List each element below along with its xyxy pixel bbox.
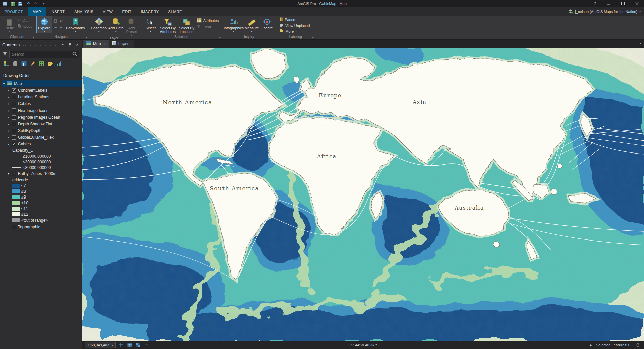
view-tab-map[interactable]: Map ×	[83, 40, 109, 48]
list-by-selection-icon[interactable]	[21, 61, 27, 67]
fixed-zoom-in-icon[interactable]: ⊕	[59, 18, 64, 24]
bookmarks-button[interactable]: Bookmarks ▾	[65, 16, 86, 33]
expand-icon[interactable]: ▸	[7, 89, 10, 92]
expand-icon[interactable]: ▸	[7, 136, 10, 139]
pane-menu-icon[interactable]: ▾	[60, 43, 65, 46]
search-icon[interactable]	[72, 52, 77, 57]
layer-label[interactable]: SplitByDepth	[18, 128, 41, 133]
list-toggle-icon[interactable]: ≡	[143, 342, 149, 348]
list-by-editing-icon[interactable]	[30, 61, 35, 67]
tab-edit[interactable]: EDIT	[117, 7, 136, 16]
tree-item-continentlabels[interactable]: ▸ ✓ ContinentLabels	[2, 87, 82, 94]
layer-label[interactable]: Global10KMile_Hex	[18, 135, 54, 140]
infographics-button[interactable]: Infographics ▾	[223, 16, 244, 33]
layer-label[interactable]: Map	[14, 81, 22, 86]
layer-checkbox[interactable]	[12, 95, 16, 99]
list-by-data-source-icon[interactable]	[13, 61, 18, 67]
tree-item-topographic[interactable]: ▸ Topographic	[2, 224, 82, 230]
layer-label[interactable]: Peghole Images Ocean	[18, 115, 60, 120]
dialog-launcher-icon[interactable]: ◢	[312, 36, 313, 39]
basemap-button[interactable]: Basemap ▾	[90, 16, 108, 33]
maximize-button[interactable]	[616, 0, 630, 7]
layer-label[interactable]: Bathy_Zones_1000m	[18, 171, 56, 176]
full-extent-icon[interactable]	[53, 18, 58, 24]
view-unplaced-button[interactable]: View Unplaced	[279, 23, 310, 28]
collapse-icon[interactable]: ▾	[2, 82, 6, 85]
tab-analysis[interactable]: ANALYSIS	[69, 7, 98, 16]
layer-label[interactable]: Cables	[18, 142, 31, 146]
expand-icon[interactable]: ▸	[7, 102, 10, 105]
cut-button[interactable]: ✂ Cut	[18, 18, 32, 23]
tree-item-depth-shadow-tint[interactable]: ▸ Depth Shadow Tint	[2, 121, 82, 127]
layer-label[interactable]: Hex Image Icons	[18, 108, 48, 113]
layer-checkbox[interactable]	[12, 115, 16, 120]
dialog-launcher-icon[interactable]: ◢	[32, 36, 34, 39]
redo-icon[interactable]: ↷	[33, 1, 39, 7]
close-button[interactable]	[630, 0, 644, 7]
layer-label[interactable]: Cables	[18, 101, 31, 106]
dialog-launcher-icon[interactable]: ◢	[219, 36, 220, 39]
select-by-location-button[interactable]: Select By Location	[177, 16, 196, 34]
tab-view[interactable]: VIEW	[98, 7, 117, 16]
project-icon[interactable]	[9, 1, 16, 7]
tree-item-landing-stations[interactable]: ▸ Landing_Stations	[2, 94, 82, 100]
measure-button[interactable]: Measure ▾	[244, 16, 259, 33]
list-by-snapping-icon[interactable]	[39, 61, 44, 67]
expand-icon[interactable]: ▸	[7, 116, 10, 119]
more-labeling-button[interactable]: More ▾	[279, 29, 310, 33]
layer-label[interactable]: ContinentLabels	[18, 88, 47, 93]
layer-checkbox[interactable]	[12, 129, 16, 133]
select-by-attributes-button[interactable]: Select By Attributes	[158, 16, 177, 34]
map-canvas[interactable]: North America Europe Asia Africa South A…	[82, 48, 644, 341]
tab-map[interactable]: MAP	[28, 7, 46, 16]
explore-button[interactable]: Explore ▾	[37, 16, 52, 33]
tree-item-map[interactable]: ▾ Map	[2, 80, 82, 87]
search-input[interactable]	[12, 52, 71, 57]
toolbar-customize-icon[interactable]: ▾	[40, 1, 47, 7]
tree-item-cables-off[interactable]: ▸ Cables	[2, 100, 82, 107]
cursor-coordinates[interactable]: 177.44°W 40.37°S	[348, 343, 379, 347]
dialog-launcher-icon[interactable]: ◢	[85, 36, 87, 39]
paste-button[interactable]: Paste ▾	[2, 16, 17, 33]
add-data-button[interactable]: Add Data ▾	[108, 16, 124, 33]
tab-imagery[interactable]: IMAGERY	[136, 7, 164, 16]
layer-checkbox[interactable]	[12, 108, 16, 113]
tree-item-global10kmile-hex[interactable]: ▸ Global10KMile_Hex	[2, 134, 82, 141]
layer-checkbox[interactable]: ✓	[12, 142, 16, 146]
pin-icon[interactable]	[67, 43, 72, 47]
layer-label[interactable]: Landing_Stations	[18, 95, 49, 99]
save-icon[interactable]	[17, 1, 24, 7]
expand-icon[interactable]: ▸	[7, 123, 10, 126]
filter-icon[interactable]	[3, 52, 7, 57]
next-extent-icon[interactable]: →	[59, 24, 64, 29]
close-pane-icon[interactable]: ×	[75, 43, 80, 47]
notifications-icon[interactable]	[635, 342, 641, 348]
previous-extent-icon[interactable]: ←	[53, 24, 58, 29]
minimize-button[interactable]	[602, 0, 616, 7]
collapse-icon[interactable]: ▾	[7, 143, 10, 146]
table-toggle-icon[interactable]	[127, 342, 133, 348]
close-tab-icon[interactable]: ×	[103, 42, 105, 46]
locate-button[interactable]: Locate	[259, 16, 275, 30]
pause-labeling-button[interactable]: Pause	[279, 17, 310, 22]
view-tab-layout[interactable]: Layout	[109, 40, 134, 48]
selected-features-label[interactable]: Selected Features: 0	[596, 343, 630, 347]
grid-toggle-icon[interactable]	[118, 342, 124, 348]
view-list-caret-icon[interactable]: ▾	[640, 42, 641, 45]
list-by-drawing-order-icon[interactable]	[3, 61, 9, 67]
tree-item-splitbydepth[interactable]: ▸ SplitByDepth	[2, 127, 82, 134]
layer-checkbox[interactable]: ✓	[12, 88, 16, 93]
layer-checkbox[interactable]	[12, 102, 16, 106]
clear-button[interactable]: Clear	[197, 25, 219, 29]
tab-project[interactable]: PROJECT	[0, 7, 28, 16]
list-by-labeling-icon[interactable]	[48, 61, 53, 67]
tab-insert[interactable]: INSERT	[46, 7, 69, 16]
layer-label[interactable]: Depth Shadow Tint	[18, 122, 52, 126]
undo-icon[interactable]: ↶	[25, 1, 32, 7]
expand-icon[interactable]: ▸	[7, 129, 10, 132]
expand-icon[interactable]: ▸	[7, 109, 10, 112]
raster-toggle-icon[interactable]	[135, 342, 141, 348]
layer-checkbox[interactable]	[12, 225, 16, 229]
select-button[interactable]: Select ▾	[143, 16, 158, 33]
tree-item-peghole-images-ocean[interactable]: ▸ Peghole Images Ocean	[2, 114, 82, 121]
